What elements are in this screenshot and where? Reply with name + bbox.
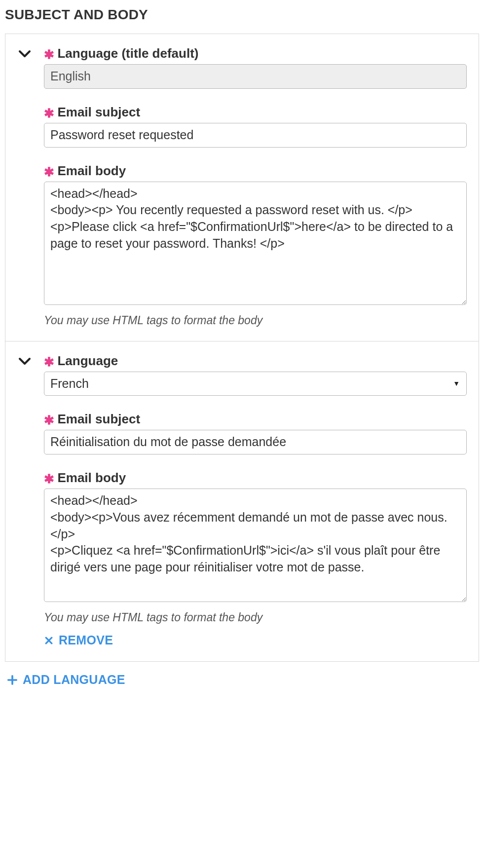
language-label: Language (title default) <box>57 46 198 61</box>
required-asterisk: ✱ <box>44 356 54 368</box>
add-language-label: ADD LANGUAGE <box>23 673 125 687</box>
subject-input[interactable] <box>44 123 467 148</box>
language-block: ✱ Language French ▼ ✱ Email subject <box>5 341 479 662</box>
body-field: ✱ Email body You may use HTML tags to fo… <box>44 470 467 647</box>
plus-icon <box>7 675 18 685</box>
close-icon <box>44 636 54 645</box>
required-asterisk: ✱ <box>44 48 54 61</box>
language-input-disabled: English <box>44 64 467 89</box>
body-label: Email body <box>57 163 126 178</box>
body-textarea[interactable] <box>44 489 467 602</box>
section-title: SUBJECT AND BODY <box>5 7 479 23</box>
required-asterisk: ✱ <box>44 166 54 178</box>
body-label: Email body <box>57 470 126 485</box>
language-field: ✱ Language French ▼ <box>44 353 467 396</box>
body-hint: You may use HTML tags to format the body <box>44 611 467 624</box>
body-textarea[interactable] <box>44 182 467 305</box>
language-label: Language <box>57 353 118 368</box>
required-asterisk: ✱ <box>44 107 54 119</box>
subject-label: Email subject <box>57 105 140 119</box>
subject-field: ✱ Email subject <box>44 412 467 454</box>
language-select[interactable]: French <box>44 372 467 396</box>
chevron-down-icon[interactable] <box>17 46 44 61</box>
body-hint: You may use HTML tags to format the body <box>44 314 467 327</box>
subject-field: ✱ Email subject <box>44 105 467 148</box>
language-block: ✱ Language (title default) English ✱ Ema… <box>5 34 479 341</box>
required-asterisk: ✱ <box>44 473 54 485</box>
remove-button[interactable]: REMOVE <box>44 633 113 647</box>
chevron-down-icon[interactable] <box>17 354 44 369</box>
body-field: ✱ Email body You may use HTML tags to fo… <box>44 163 467 327</box>
add-language-button[interactable]: ADD LANGUAGE <box>7 673 125 687</box>
subject-label: Email subject <box>57 412 140 426</box>
subject-input[interactable] <box>44 430 467 454</box>
remove-label: REMOVE <box>59 633 113 647</box>
language-field: ✱ Language (title default) English <box>44 46 467 89</box>
required-asterisk: ✱ <box>44 414 54 426</box>
subject-body-panel: ✱ Language (title default) English ✱ Ema… <box>5 34 479 662</box>
